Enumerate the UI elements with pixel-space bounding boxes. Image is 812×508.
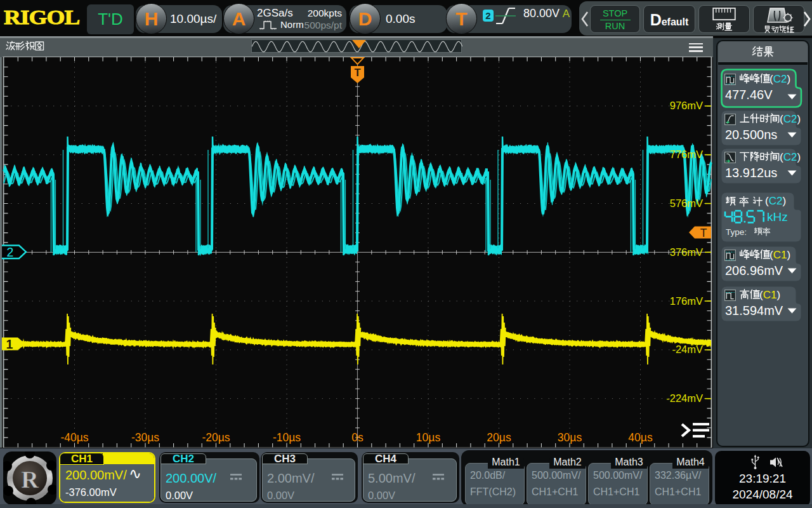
svg-text:30µs: 30µs [558,431,582,444]
svg-text:-24mV: -24mV [672,344,703,355]
svg-text:0s: 0s [351,431,363,444]
svg-text:10µs: 10µs [416,431,441,444]
svg-text:-30µs: -30µs [131,431,159,444]
svg-text:776mV: 776mV [670,149,703,160]
svg-text:-20µs: -20µs [202,431,230,444]
svg-text:T: T [354,67,360,78]
svg-text:1: 1 [6,337,13,351]
svg-text:T: T [700,227,707,239]
svg-text:576mV: 576mV [670,197,703,209]
svg-text:R: R [21,466,39,493]
svg-text:176mV: 176mV [670,295,703,307]
svg-text:-40µs: -40µs [60,431,88,444]
svg-text:40µs: 40µs [628,431,653,444]
svg-text:2: 2 [7,245,14,259]
svg-text:376mV: 376mV [670,246,703,258]
svg-text:976mV: 976mV [670,100,703,111]
svg-text:20µs: 20µs [487,431,511,444]
svg-text:-224mV: -224mV [666,392,703,404]
svg-text:-10µs: -10µs [273,431,301,444]
